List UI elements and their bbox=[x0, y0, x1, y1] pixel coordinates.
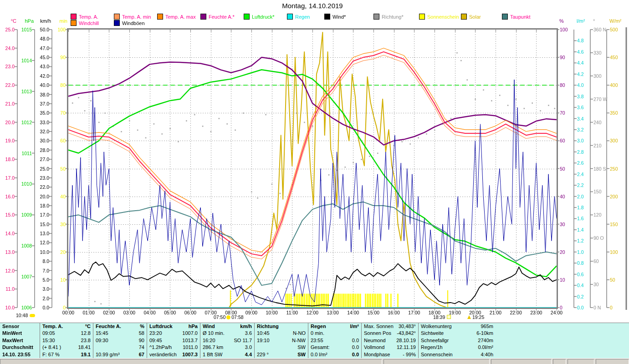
axis-tick-label: 50 bbox=[610, 277, 615, 283]
cell-label: 23:55 bbox=[311, 337, 323, 344]
axis-tick-label: 300 bbox=[593, 73, 602, 79]
legend-item[interactable]: Feuchte A.* bbox=[200, 14, 235, 20]
legend-swatch bbox=[461, 14, 467, 20]
axis-tick-label: 25.0 bbox=[40, 166, 49, 172]
page-title: Montag, 14.10.2019 bbox=[68, 2, 557, 10]
axis-tick-label: 90 bbox=[60, 55, 66, 60]
info-value: 0.0l/m² bbox=[478, 344, 493, 351]
info-row: Max. Sonnen30,483° bbox=[362, 323, 418, 330]
x-axis-label: 24:00 bbox=[548, 310, 565, 315]
axis-tick-label: 0 bbox=[610, 305, 613, 310]
axis-tick-label: 35.0 bbox=[40, 110, 49, 116]
axis-tick-label: 1012 bbox=[21, 120, 32, 125]
legend-item[interactable]: Windböen bbox=[114, 20, 145, 26]
axis-unit-label: % bbox=[559, 18, 564, 24]
column-unit: % bbox=[140, 323, 144, 330]
table-row: 09:3090 bbox=[93, 337, 147, 344]
weather-chart-canvas bbox=[0, 0, 629, 321]
legend-item[interactable]: Temp. A. min bbox=[114, 14, 151, 20]
legend-item[interactable]: Luftdruck* bbox=[244, 14, 275, 20]
legend-item[interactable]: Solar bbox=[461, 14, 481, 20]
legend-item[interactable]: Taupunkt bbox=[502, 14, 531, 20]
legend-item[interactable]: Richtung* bbox=[373, 14, 404, 20]
axis-tick-label: 15.0 bbox=[40, 222, 49, 227]
legend-item[interactable]: Wind* bbox=[324, 14, 346, 20]
axis-tick-label: 47.0 bbox=[40, 46, 49, 51]
cell-value: N-NW bbox=[292, 337, 306, 344]
axis-tick-label: 10 bbox=[560, 277, 565, 283]
legend-swatch bbox=[200, 14, 206, 20]
table-column: Richtung10:45N-NO19:10N-NWSW229 °SW bbox=[254, 323, 308, 359]
info-value: 30,483° bbox=[399, 323, 416, 330]
axis-tick-label: 10.0 bbox=[5, 305, 15, 310]
axis-tick-label: 1.8 bbox=[577, 205, 584, 210]
cell-value: 67 bbox=[139, 351, 144, 358]
cell-label: ^1.2hPa/h bbox=[149, 344, 172, 351]
table-column: Windkm/hØ 10 min.3.616:20SO 11.7286.7 km… bbox=[200, 323, 254, 359]
axis-tick-label: 240 bbox=[593, 120, 602, 125]
column-header: Luftdruck bbox=[149, 323, 173, 330]
table-row-label: 14.10. 23:55 bbox=[0, 351, 40, 358]
table-column bbox=[496, 323, 624, 359]
table-header: LuftdruckhPa bbox=[147, 323, 200, 330]
axis-tick-label: 90 O bbox=[593, 235, 604, 241]
info-label: Max. Sonnen bbox=[364, 323, 394, 330]
axis-tick-label: 250 bbox=[610, 166, 618, 172]
axis-tick-label: 70 bbox=[60, 110, 66, 116]
legend-label: Windböen bbox=[122, 20, 145, 26]
axis-tick-label: 10 bbox=[60, 277, 66, 283]
legend-item[interactable]: Sonnenschein bbox=[419, 14, 459, 20]
cell-value: N-NO bbox=[293, 330, 306, 337]
legend-label: Feuchte A.* bbox=[209, 14, 235, 20]
info-value: 6-10km bbox=[476, 330, 493, 337]
axis-tick-label: 11.0 bbox=[5, 286, 15, 292]
axis-tick-label: 40.0 bbox=[40, 82, 49, 88]
axis-tick-label: 17.0 bbox=[40, 212, 49, 217]
legend-item[interactable]: Windchill bbox=[71, 20, 99, 26]
axis-tick-label: 23.0 bbox=[40, 175, 49, 181]
axis-tick-label: 8.0 bbox=[42, 258, 49, 264]
axis-tick-label: 13.0 bbox=[5, 249, 15, 255]
axis-tick-label: 20.0 bbox=[5, 120, 15, 125]
axis-tick-label: 5.0 bbox=[42, 277, 49, 283]
axis-tick-label: 150 bbox=[593, 189, 602, 194]
cell-value: 4.4 bbox=[245, 351, 252, 358]
axis-tick-label: 25.0 bbox=[5, 27, 15, 32]
table-header: Temp. A.°C bbox=[40, 323, 93, 330]
table-column: SensorMinWertMaxWertDurchschnitt14.10. 2… bbox=[0, 323, 40, 359]
cell-label: 09:45 bbox=[149, 337, 162, 344]
legend-item[interactable]: Regen bbox=[287, 14, 310, 20]
cell-label: F: 67 % bbox=[42, 351, 60, 358]
info-row: Neumond28.10.19 bbox=[362, 337, 418, 344]
sun-cloud-icon bbox=[30, 314, 35, 317]
info-value: 12.11.19 bbox=[397, 344, 416, 351]
cell-value: 1011.0 bbox=[183, 344, 198, 351]
axis-tick-label: 7.0 bbox=[42, 268, 49, 273]
cell-label: Gesamt: bbox=[311, 344, 330, 351]
table-row: (+ 8.41 )18.41 bbox=[40, 344, 93, 351]
cell-label: 16:20 bbox=[203, 337, 215, 344]
info-row: Regen/1h0.0l/m² bbox=[419, 344, 496, 351]
status-bar-segment bbox=[491, 359, 552, 364]
table-row: F: 67 %19.1 bbox=[40, 351, 93, 358]
axis-tick-label: 0.2 bbox=[577, 294, 584, 299]
axis-tick-label: 60 bbox=[560, 138, 565, 143]
table-row-label: MaxWert bbox=[0, 337, 40, 344]
axis-tick-label: 15.0 bbox=[5, 212, 15, 217]
table-row: Gesamt:0.0 bbox=[308, 344, 361, 351]
legend-swatch bbox=[71, 20, 77, 26]
legend-item[interactable]: Temp. A. bbox=[71, 14, 98, 20]
axis-tick-label: 13.0 bbox=[40, 231, 49, 236]
axis-tick-label: 50 bbox=[60, 166, 66, 172]
table-row: 09:0512.8 bbox=[40, 330, 93, 337]
row-label: Durchschnitt bbox=[2, 344, 33, 351]
legend-label: Solar bbox=[469, 14, 481, 20]
legend-label: Taupunkt bbox=[510, 14, 531, 20]
x-axis-label: 15:00 bbox=[365, 310, 382, 315]
table-row-label: Durchschnitt bbox=[0, 344, 40, 351]
legend-item[interactable]: Temp. A. max bbox=[157, 14, 196, 20]
weather-app-window: Montag, 14.10.2019 Temp. A.Temp. A. minT… bbox=[0, 0, 629, 364]
axis-tick-label: 70 bbox=[560, 110, 565, 116]
axis-tick-label: 90 bbox=[560, 55, 565, 60]
axis-tick-label: 1008 bbox=[21, 243, 32, 248]
